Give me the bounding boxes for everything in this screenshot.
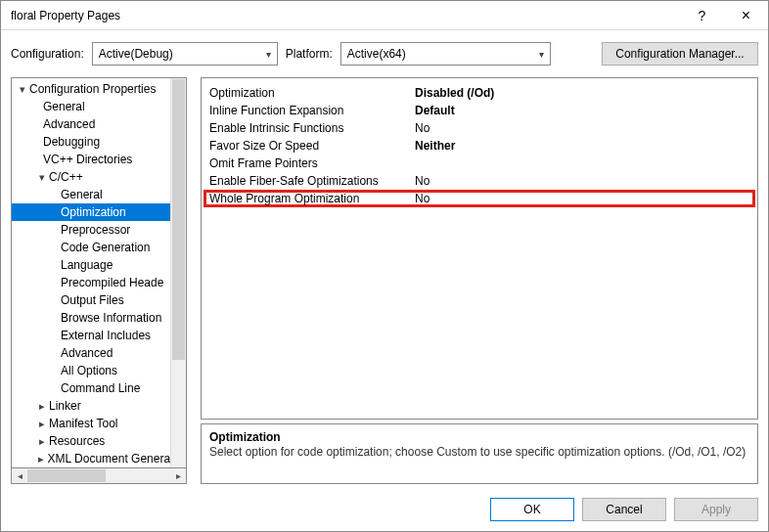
tree-item-label: Precompiled Heade [61,276,163,289]
tree-arrow-icon: ▸ [35,400,49,413]
tree-item-label: Advanced [43,117,95,131]
property-row[interactable]: Whole Program OptimizationNo [204,190,755,207]
tree-item-label: Language [61,258,113,272]
property-name: Enable Fiber-Safe Optimizations [209,174,415,188]
tree-item-label: Command Line [61,381,140,395]
tree-item-label: Resources [49,434,105,448]
property-name: Whole Program Optimization [209,192,415,205]
tree-item-label: Linker [49,399,81,413]
tree-item-label: Debugging [43,135,100,149]
configuration-manager-button[interactable]: Configuration Manager... [602,42,758,66]
tree-arrow-icon: ▸ [35,435,49,448]
tree-item[interactable]: General [12,186,170,203]
tree-item-label: Advanced [61,346,113,360]
configuration-select[interactable]: Active(Debug) ▾ [92,42,278,66]
tree-item-label: General [61,188,103,201]
tree-item[interactable]: Code Generation [12,239,170,256]
description-body: Select option for code optimization; cho… [209,445,749,459]
description-panel: Optimization Select option for code opti… [201,423,758,484]
tree-item-label: All Options [61,364,117,377]
property-row[interactable]: Enable Intrinsic FunctionsNo [209,119,749,137]
chevron-down-icon: ▾ [266,49,271,60]
configuration-value: Active(Debug) [99,47,173,61]
tree-item[interactable]: Output Files [12,291,170,309]
tree-item[interactable]: Optimization [12,203,170,221]
tree-item[interactable]: ▸Manifest Tool [12,415,170,432]
tree-item[interactable]: External Includes [12,327,170,344]
tree-arrow-icon: ▾ [35,171,49,184]
tree-item-label: Output Files [61,293,124,307]
platform-value: Active(x64) [347,47,406,61]
description-title: Optimization [209,430,749,444]
tree-item[interactable]: ▸Resources [12,432,170,450]
property-name: Optimization [209,86,415,100]
tree-item[interactable]: Precompiled Heade [12,274,170,291]
apply-button[interactable]: Apply [674,498,758,521]
property-row[interactable]: OptimizationDisabled (/Od) [209,84,749,102]
tree-panel: ▾Configuration PropertiesGeneralAdvanced… [11,77,187,468]
tree-item[interactable]: Language [12,256,170,274]
property-row[interactable]: Omit Frame Pointers [209,155,749,172]
property-value: Disabled (/Od) [415,86,749,100]
property-pages-window: floral Property Pages ? × Configuration:… [0,0,769,532]
property-grid[interactable]: OptimizationDisabled (/Od)Inline Functio… [201,77,758,420]
property-row[interactable]: Enable Fiber-Safe OptimizationsNo [209,172,749,190]
scroll-right-icon[interactable]: ▸ [170,470,186,481]
dialog-footer: OK Cancel Apply [1,488,768,531]
scroll-left-icon[interactable]: ◂ [12,470,27,481]
tree-item-label: General [43,100,85,113]
property-value: No [415,192,752,205]
titlebar: floral Property Pages ? × [1,1,768,30]
tree-item[interactable]: VC++ Directories [12,151,170,168]
property-value: Neither [415,139,749,153]
tree-item[interactable]: ▸Linker [12,397,170,415]
tree-item[interactable]: Preprocessor [12,221,170,239]
tree-item-label: Preprocessor [61,223,130,237]
tree-item-label: C/C++ [49,170,83,184]
tree-item-label: VC++ Directories [43,153,132,166]
cancel-button[interactable]: Cancel [582,498,666,521]
tree-arrow-icon: ▸ [35,453,48,466]
ok-button[interactable]: OK [490,498,574,521]
tree-ccpp[interactable]: ▾C/C++ [12,168,170,186]
property-name: Inline Function Expansion [209,104,415,117]
tree-item[interactable]: All Options [12,362,170,379]
platform-select[interactable]: Active(x64) ▾ [340,42,551,66]
content-area: ▾Configuration PropertiesGeneralAdvanced… [1,77,768,488]
property-row[interactable]: Inline Function ExpansionDefault [209,102,749,119]
tree-item[interactable]: Advanced [12,344,170,362]
tree-item-label: XML Document Genera [48,452,171,466]
toolbar: Configuration: Active(Debug) ▾ Platform:… [1,30,768,77]
tree-item-label: Code Generation [61,241,150,254]
tree-item-label: External Includes [61,329,151,342]
chevron-down-icon: ▾ [539,49,544,60]
close-button[interactable]: × [724,1,768,30]
tree-item-label: Manifest Tool [49,417,117,430]
vertical-scrollbar[interactable] [170,78,186,467]
configuration-tree[interactable]: ▾Configuration PropertiesGeneralAdvanced… [12,78,170,467]
tree-arrow-icon: ▸ [35,418,49,430]
tree-item[interactable]: General [12,98,170,115]
tree-item[interactable]: Command Line [12,379,170,397]
platform-label: Platform: [286,47,333,61]
property-value: No [415,174,749,188]
configuration-label: Configuration: [11,47,84,61]
tree-item[interactable]: Browse Information [12,309,170,327]
property-row[interactable]: Favor Size Or SpeedNeither [209,137,749,155]
tree-item-label: Configuration Properties [29,82,156,96]
property-value: Default [415,104,749,117]
tree-item-label: Browse Information [61,311,161,325]
property-name: Omit Frame Pointers [209,156,415,170]
tree-arrow-icon: ▾ [16,83,29,96]
property-value: No [415,121,749,135]
tree-item-label: Optimization [61,205,126,219]
window-title: floral Property Pages [11,9,680,22]
tree-item[interactable]: Advanced [12,115,170,133]
tree-item[interactable]: Debugging [12,133,170,151]
tree-root[interactable]: ▾Configuration Properties [12,80,170,98]
property-name: Favor Size Or Speed [209,139,415,153]
horizontal-scrollbar[interactable]: ◂ ▸ [11,468,187,484]
tree-item[interactable]: ▸XML Document Genera [12,450,170,467]
property-name: Enable Intrinsic Functions [209,121,415,135]
help-button[interactable]: ? [680,1,724,30]
